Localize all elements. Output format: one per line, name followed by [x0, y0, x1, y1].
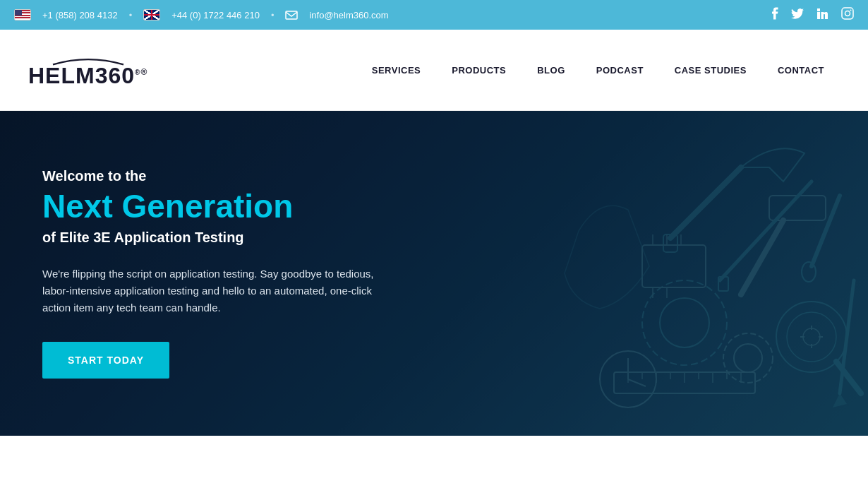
nav-contact[interactable]: CONTACT [762, 65, 840, 76]
linkedin-link[interactable] [816, 8, 828, 23]
nav-products[interactable]: PRODUCTS [436, 65, 522, 76]
helm-text: HELM [28, 63, 95, 88]
social-links [771, 7, 854, 23]
facebook-link[interactable] [771, 7, 778, 23]
nav-services[interactable]: SERVICES [356, 65, 437, 76]
svg-point-2 [845, 11, 850, 16]
us-flag-icon [14, 9, 31, 20]
nav-podcast[interactable]: PODCAST [581, 65, 659, 76]
logo[interactable]: HELM360® [28, 53, 147, 87]
svg-rect-1 [842, 8, 853, 19]
main-nav: SERVICES PRODUCTS BLOG PODCAST CASE STUD… [356, 65, 840, 76]
svg-point-3 [850, 10, 852, 11]
hero-welcome-text: Welcome to the [42, 168, 381, 184]
header: HELM360® SERVICES PRODUCTS BLOG PODCAST … [0, 30, 868, 111]
hero-content: Welcome to the Next Generation of Elite … [0, 168, 423, 379]
uk-flag-icon [143, 9, 160, 20]
hero-description: We're flipping the script on application… [42, 266, 381, 316]
hero-title: Next Generation [42, 189, 381, 225]
hero-subtitle: of Elite 3E Application Testing [42, 230, 381, 246]
nav-case-studies[interactable]: CASE STUDIES [659, 65, 762, 76]
logo-text: HELM360® [28, 64, 147, 87]
contact-info: +1 (858) 208 4132 • +44 (0) 1722 446 210… [14, 9, 389, 20]
phone-us[interactable]: +1 (858) 208 4132 [42, 10, 118, 20]
twitter-link[interactable] [791, 8, 804, 22]
svg-rect-0 [286, 11, 297, 19]
separator2: • [271, 10, 275, 20]
email-icon [285, 11, 298, 20]
separator1: • [129, 10, 133, 20]
start-today-button[interactable]: START TODAY [42, 342, 169, 379]
phone-uk[interactable]: +44 (0) 1722 446 210 [171, 10, 260, 20]
hero-section: Welcome to the Next Generation of Elite … [0, 111, 868, 436]
reg-mark: ® [140, 67, 147, 77]
below-hero-section [0, 436, 868, 488]
email-address[interactable]: info@helm360.com [309, 10, 388, 20]
instagram-link[interactable] [841, 7, 854, 23]
nav-blog[interactable]: BLOG [522, 65, 581, 76]
top-bar: +1 (858) 208 4132 • +44 (0) 1722 446 210… [0, 0, 868, 30]
360-text: 360 [95, 63, 141, 88]
